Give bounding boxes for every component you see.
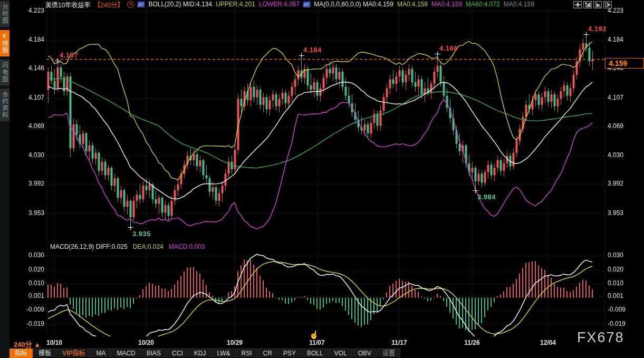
toolbar-button-KDJ[interactable]: KDJ xyxy=(189,349,212,358)
sidebar-tab-0[interactable]: 分时图 xyxy=(0,1,9,27)
toolbar-button-模板[interactable]: 模板 xyxy=(33,349,56,358)
toolbar-button-MACD[interactable]: MACD xyxy=(111,349,140,358)
toolbar-button-RSI[interactable]: RSI xyxy=(236,349,257,358)
chart-canvas[interactable] xyxy=(0,0,644,358)
toolbar-button-PSY[interactable]: PSY xyxy=(278,349,301,358)
chart-tool-icons xyxy=(573,1,612,8)
macd-header: MACD(26,12,9) DIFF:0.025 DEA:0.024 MACD:… xyxy=(50,243,205,250)
ma-values: MA(0,0,0,60,0,0) MA0:4.159 xyxy=(314,1,393,8)
toolbar-button-BIAS[interactable]: BIAS xyxy=(141,349,166,358)
x-axis-scale-icon[interactable] xyxy=(593,1,602,8)
toolbar-button-指标[interactable]: 指标 xyxy=(9,349,33,358)
add-indicator-icon[interactable]: + xyxy=(127,1,134,8)
period-selector[interactable]: 240分 ▲ xyxy=(14,339,41,349)
boll-chart-icon xyxy=(138,2,145,7)
ma1-value: MA0:4.159 xyxy=(397,1,428,8)
boll-upper-value: UPPER:4.201 xyxy=(216,1,255,8)
instrument-title: 美债10年收益率 xyxy=(45,0,90,9)
macd-diff-value: MACD(26,12,9) DIFF:0.025 xyxy=(50,243,128,250)
sidebar-tab-3[interactable]: 合约资料 xyxy=(0,89,9,121)
period-badge[interactable]: 【240分】 xyxy=(94,0,123,9)
toolbar-button-VIP指标[interactable]: VIP指标 xyxy=(57,349,90,358)
ma4-value: MA0:4.159 xyxy=(504,1,534,8)
toolbar-button-BOLL[interactable]: BOLL xyxy=(302,349,329,358)
chart-type-sidebar: 分时图K线图闪电图合约资料 xyxy=(0,0,9,358)
toolbar-button-LW&[interactable]: LW& xyxy=(212,349,235,358)
period-dropdown-arrow: ▲ xyxy=(34,341,41,349)
ma60-value: MA60:4.072 xyxy=(466,1,500,8)
fx678-watermark: FX678 xyxy=(577,330,624,346)
toolbar-button-CR[interactable]: CR xyxy=(258,349,277,358)
go-to-latest-icon[interactable] xyxy=(603,1,612,8)
toolbar-button-设置[interactable]: 设置 xyxy=(377,349,400,358)
sidebar-tab-2[interactable]: 闪电图 xyxy=(0,60,9,85)
mouse-cursor-icon: ☝ xyxy=(309,330,319,340)
ma-chart-icon xyxy=(303,2,310,7)
toolbar-button-MA[interactable]: MA xyxy=(91,349,111,358)
sidebar-tab-1[interactable]: K线图 xyxy=(0,30,9,56)
period-label: 240分 xyxy=(14,341,32,349)
current-price-badge: 4.159 xyxy=(605,58,644,69)
toolbar-button-OBV[interactable]: OBV xyxy=(353,349,377,358)
boll-lower-value: LOWER:4.067 xyxy=(259,1,300,8)
y-axis-scale-icon[interactable] xyxy=(583,1,592,8)
indicator-toolbar: 指标模板VIP指标MAMACDBIASCCIKDJLW&RSICRPSYBOLL… xyxy=(9,349,401,358)
chart-header: 美债10年收益率 【240分】 + BOLL(20,2) MID:4.134 U… xyxy=(45,0,534,8)
ma2-value: MA0:4.159 xyxy=(431,1,462,8)
macd-hist-value: MACD:0.003 xyxy=(169,243,205,250)
toolbar-button-CCI[interactable]: CCI xyxy=(167,349,188,358)
toolbar-button-VOL[interactable]: VOL xyxy=(329,349,352,358)
boll-values: BOLL(20,2) MID:4.134 xyxy=(148,1,212,8)
pan-crosshair-icon[interactable] xyxy=(573,1,582,8)
macd-dea-value: DEA:0.024 xyxy=(133,243,164,250)
